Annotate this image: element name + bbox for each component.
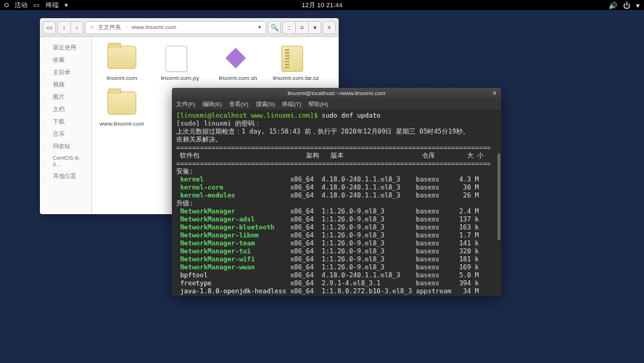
archive-icon [281,46,310,72]
terminal-content[interactable]: [linuxmi@localhost www.linuxmi.com]$ sud… [172,110,501,296]
view-menu-caret-icon[interactable]: ▾ [308,21,321,34]
file-label: linuxmi.com.tar.xz [273,75,319,81]
view-list-button[interactable]: ≡ [295,21,308,34]
system-menu-caret-icon[interactable]: ▾ [636,1,640,9]
path-location[interactable]: www.linuxmi.com [132,24,176,30]
folder-icon [107,91,136,118]
gnome-topbar: 活动 ▭ 终端 ▾ 12月 10 21:44 🔊 ⏻ ▾ [0,0,644,10]
folder-icon [107,46,136,72]
path-home[interactable]: 主文件夹 [98,23,121,31]
path-caret-icon[interactable]: ▾ [258,24,261,30]
app-icon[interactable]: ▭ [33,1,40,9]
app-label[interactable]: 终端 [46,1,59,10]
terminal-menu-item[interactable]: 终端(T) [282,100,301,108]
file-label: linuxmi.com [107,75,137,81]
file-item[interactable]: linuxmi.com.py [156,46,204,81]
sidebar-item[interactable]: ·回收站 [40,140,91,152]
activities-icon[interactable] [4,3,9,7]
terminal-menu-item[interactable]: 查看(V) [229,100,249,108]
sidebar-item[interactable]: ·下载 [40,115,91,128]
terminal-menu-item[interactable]: 帮助(H) [308,100,328,108]
terminal-title: linuxmi@localhost:~/www.linuxmi.com [287,90,385,97]
open-menu-button[interactable]: ▭ [43,21,56,34]
sidebar-item[interactable]: ·音乐 [40,128,91,140]
forward-button[interactable]: › [70,21,83,34]
terminal-close-button[interactable]: × [490,89,499,97]
sidebar-item[interactable]: ·图片 [40,91,91,103]
path-separator: › [125,24,128,30]
sidebar-item[interactable]: ·最近使用 [40,41,91,54]
terminal-menu-item[interactable]: 文件(F) [176,100,195,108]
terminal-titlebar[interactable]: linuxmi@localhost:~/www.linuxmi.com × [172,88,501,99]
clock[interactable]: 12月 10 21:44 [302,1,343,10]
power-icon[interactable]: ⏻ [623,1,630,9]
home-icon: ⌂ [90,24,94,30]
terminal-menu-item[interactable]: 搜索(S) [256,100,276,108]
terminal-menu-item[interactable]: 编辑(E) [202,100,222,108]
back-button[interactable]: ‹ [57,21,70,34]
view-grid-button[interactable]: :: [282,21,295,34]
file-item[interactable]: linuxmi.com.tar.xz [272,46,320,81]
search-button[interactable]: 🔍 [268,21,281,34]
file-item[interactable]: linuxmi.com [98,46,146,81]
file-manager-toolbar: ▭ ‹ › ⌂ 主文件夹 › www.linuxmi.com ▾ 🔍 :: ≡ … [40,18,339,37]
file-item[interactable]: linuxmi.com.sh [214,46,262,81]
sidebar-item[interactable]: ·CentOS-8-3… [40,152,91,170]
file-item[interactable]: www.linuxmi.com [98,91,146,127]
file-label: linuxmi.com.py [161,75,199,81]
terminal-scrollbar[interactable] [498,153,500,240]
document-icon [165,46,194,72]
file-manager-sidebar: ·最近使用·收藏·主目录·视频·图片·文档·下载·音乐·回收站·CentOS-8… [40,37,92,214]
file-label: www.linuxmi.com [99,121,144,127]
terminal-window: linuxmi@localhost:~/www.linuxmi.com × 文件… [172,88,501,296]
sidebar-item[interactable]: ·主目录 [40,66,91,78]
file-label: linuxmi.com.sh [219,75,257,81]
terminal-menubar: 文件(F)编辑(E)查看(V)搜索(S)终端(T)帮助(H) [172,99,501,110]
sidebar-item[interactable]: ·其他位置 [40,170,91,182]
sidebar-item[interactable]: ·文档 [40,103,91,115]
volume-icon[interactable]: 🔊 [608,1,617,9]
sidebar-item[interactable]: ·视频 [40,78,91,91]
app-menu-caret-icon[interactable]: ▾ [65,1,68,9]
script-icon [223,46,252,72]
close-button[interactable]: × [323,21,336,34]
path-bar[interactable]: ⌂ 主文件夹 › www.linuxmi.com ▾ [85,21,266,34]
sidebar-item[interactable]: ·收藏 [40,54,91,66]
activities-label[interactable]: 活动 [15,1,28,10]
